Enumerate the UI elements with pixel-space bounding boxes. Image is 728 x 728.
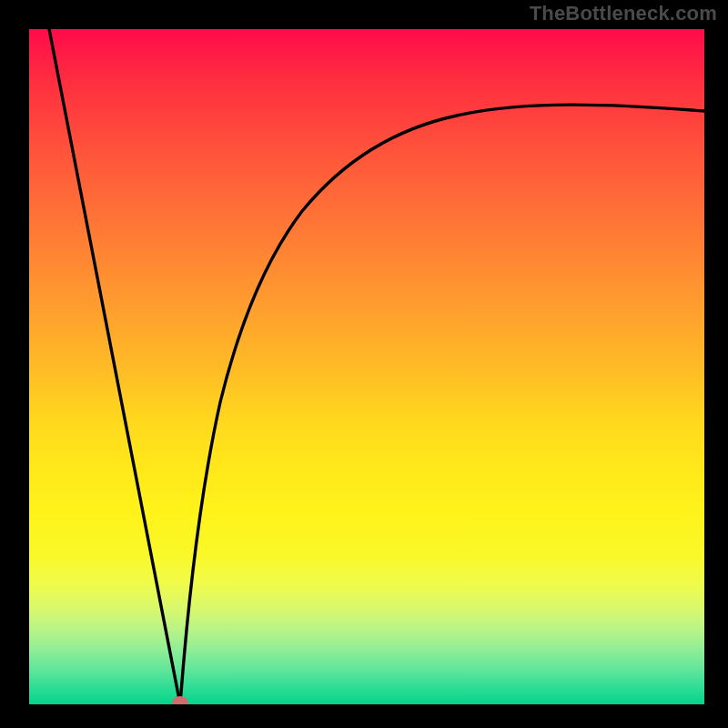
watermark-text: TheBottleneck.com: [530, 2, 717, 25]
curve-svg: [29, 29, 704, 704]
chart-frame: TheBottleneck.com: [0, 0, 728, 728]
curve-right-path: [180, 105, 704, 704]
optimum-marker: [172, 696, 188, 704]
curve-left-path: [49, 29, 180, 704]
plot-area: [29, 29, 704, 704]
